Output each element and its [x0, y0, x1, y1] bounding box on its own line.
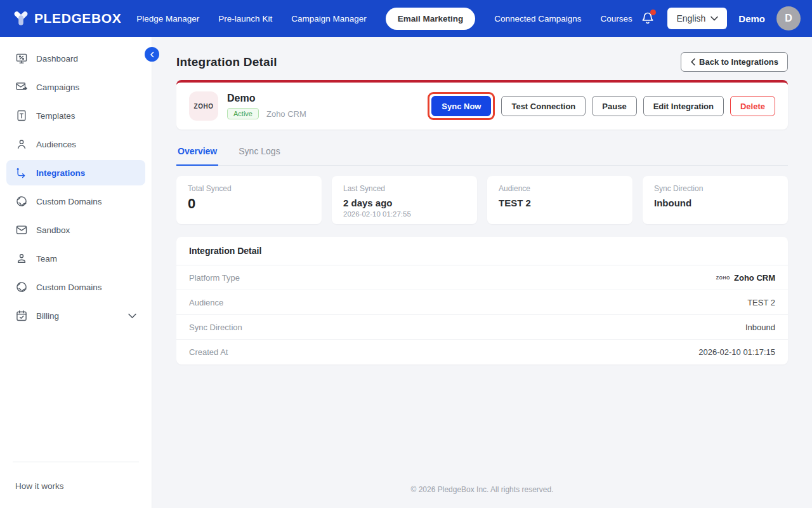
sidebar-item-label: Custom Domains: [36, 283, 102, 292]
sidebar-item-templates[interactable]: Templates: [6, 103, 145, 128]
sidebar-item-dashboard[interactable]: Dashboard: [6, 46, 145, 71]
pause-button[interactable]: Pause: [592, 96, 636, 116]
test-connection-button[interactable]: Test Connection: [501, 96, 586, 116]
back-to-integrations-button[interactable]: Back to Integrations: [681, 52, 788, 72]
detail-row-created-at: Created At 2026-02-10 01:17:15: [176, 340, 788, 364]
chevron-left-icon: [690, 58, 696, 65]
sidebar: Dashboard Campaigns Templates Audiences: [0, 37, 152, 508]
detail-label: Created At: [189, 347, 228, 357]
sync-now-button[interactable]: Sync Now: [431, 96, 491, 116]
dashboard-icon: [15, 52, 28, 65]
divider: [13, 462, 139, 462]
sidebar-item-sandbox[interactable]: Sandbox: [6, 217, 145, 243]
billing-icon: [15, 309, 28, 322]
language-label: English: [676, 13, 705, 23]
avatar[interactable]: D: [776, 6, 801, 30]
brand-logo[interactable]: PLEDGEBOX: [13, 10, 121, 27]
page-header: Integration Detail Back to Integrations: [176, 52, 788, 72]
sidebar-item-campaigns[interactable]: Campaigns: [6, 74, 145, 100]
stat-label: Total Synced: [188, 184, 310, 193]
sidebar-item-label: Dashboard: [36, 54, 78, 64]
detail-label: Audience: [189, 298, 223, 307]
brand-name: PLEDGEBOX: [34, 11, 121, 26]
sidebar-item-label: Templates: [36, 111, 75, 121]
zoho-logo-text: ZOHO: [194, 103, 214, 110]
tab-bar: Overview Sync Logs: [176, 146, 788, 166]
integration-actions: Sync Now Test Connection Pause Edit Inte…: [428, 92, 775, 120]
platform-name: Zoho CRM: [266, 109, 306, 119]
back-button-label: Back to Integrations: [699, 57, 778, 67]
sidebar-item-audiences[interactable]: Audiences: [6, 131, 145, 157]
chevron-down-icon: [710, 16, 718, 21]
detail-value: TEST 2: [747, 298, 775, 307]
sidebar-item-team[interactable]: Team: [6, 246, 145, 271]
top-navbar: PLEDGEBOX Pledge Manager Pre-launch Kit …: [0, 0, 812, 37]
integration-detail-card: Integration Detail Platform Type ZOHO Zo…: [176, 237, 788, 364]
tab-overview[interactable]: Overview: [176, 146, 218, 166]
chevron-down-icon: [128, 312, 136, 320]
campaigns-icon: [15, 81, 28, 93]
stat-label: Last Synced: [343, 184, 466, 193]
sidebar-item-label: Custom Domains: [36, 197, 102, 206]
detail-value-text: Zoho CRM: [734, 273, 775, 283]
sidebar-item-label: Integrations: [36, 168, 85, 178]
nav-email-marketing[interactable]: Email Marketing: [386, 8, 476, 30]
zoho-logo-icon: ZOHO: [189, 91, 218, 121]
chevron-left-icon: [148, 51, 156, 58]
sidebar-item-custom-domains-2[interactable]: Custom Domains: [6, 274, 145, 300]
nav-connected-campaigns[interactable]: Connected Campaigns: [494, 14, 581, 23]
team-icon: [15, 252, 28, 265]
detail-row-audience: Audience TEST 2: [176, 290, 788, 315]
how-it-works-link[interactable]: How it works: [10, 481, 64, 491]
sidebar-footer: How it works: [6, 462, 145, 508]
sidebar-item-integrations[interactable]: Integrations: [6, 160, 145, 185]
stat-label: Audience: [499, 184, 621, 193]
delete-button[interactable]: Delete: [730, 96, 775, 116]
sidebar-item-custom-domains[interactable]: Custom Domains: [6, 189, 145, 214]
integrations-icon: [15, 166, 28, 179]
stat-sync-direction: Sync Direction Inbound: [643, 176, 788, 224]
integration-summary-card: ZOHO Demo Active Zoho CRM Sync Now Test …: [176, 80, 788, 130]
language-selector[interactable]: English: [667, 8, 727, 29]
templates-icon: [15, 109, 28, 122]
copyright-footer: © 2026 PledgeBox Inc. All rights reserve…: [176, 485, 788, 499]
sidebar-item-label: Campaigns: [36, 83, 79, 92]
sidebar-item-billing[interactable]: Billing: [6, 303, 145, 328]
envelope-icon: [15, 224, 28, 236]
sidebar-item-label: Audiences: [36, 140, 76, 149]
user-name: Demo: [738, 13, 765, 24]
detail-label: Sync Direction: [189, 323, 242, 332]
stat-last-synced: Last Synced 2 days ago 2026-02-10 01:27:…: [332, 176, 477, 224]
sidebar-collapse-button[interactable]: [145, 47, 159, 62]
stat-value: 0: [188, 196, 310, 212]
detail-card-title: Integration Detail: [176, 237, 788, 265]
sidebar-item-label: Team: [36, 254, 57, 264]
stat-label: Sync Direction: [654, 184, 776, 193]
annotation-highlight: Sync Now: [428, 92, 495, 120]
detail-value: 2026-02-10 01:17:15: [698, 347, 775, 357]
audiences-icon: [15, 138, 28, 150]
nav-prelaunch-kit[interactable]: Pre-launch Kit: [218, 14, 272, 23]
page-title: Integration Detail: [176, 55, 277, 69]
notifications-button[interactable]: [639, 10, 656, 27]
sidebar-item-label: Sandbox: [36, 225, 70, 235]
main-nav: Pledge Manager Pre-launch Kit Campaign M…: [136, 8, 632, 30]
edit-integration-button[interactable]: Edit Integration: [643, 96, 724, 116]
nav-courses[interactable]: Courses: [601, 14, 632, 23]
main-content: Integration Detail Back to Integrations …: [152, 37, 812, 508]
tab-sync-logs[interactable]: Sync Logs: [237, 146, 281, 165]
globe-icon: [15, 195, 28, 208]
detail-value: Inbound: [745, 323, 775, 332]
stat-value: TEST 2: [499, 197, 621, 208]
pledgebox-logo-icon: [13, 10, 29, 27]
status-badge: Active: [227, 108, 259, 119]
detail-value: ZOHO Zoho CRM: [716, 273, 775, 283]
stats-row: Total Synced 0 Last Synced 2 days ago 20…: [176, 176, 788, 224]
globe-icon: [15, 281, 28, 293]
sidebar-item-label: Billing: [36, 311, 59, 321]
stat-value: 2 days ago: [343, 197, 466, 208]
nav-pledge-manager[interactable]: Pledge Manager: [136, 14, 199, 23]
detail-row-platform-type: Platform Type ZOHO Zoho CRM: [176, 265, 788, 290]
integration-meta: Demo Active Zoho CRM: [227, 93, 306, 119]
nav-campaign-manager[interactable]: Campaign Manager: [291, 14, 367, 23]
